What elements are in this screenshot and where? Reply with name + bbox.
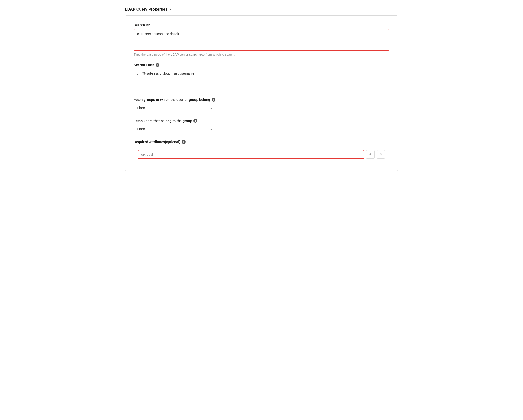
fetch-users-label: Fetch users that belong to the group i [134,119,389,123]
search-filter-input[interactable]: cn=%{subsession.logon.last.username} [134,69,389,90]
required-attrs-input[interactable] [138,150,364,159]
required-attrs-label: Required Attributes(optional) i [134,140,389,144]
required-attrs-container: + ✕ [134,146,389,163]
fetch-groups-label: Fetch groups to which the user or group … [134,98,389,102]
search-dn-hint: Type the base node of the LDAP server se… [134,53,389,56]
fetch-users-select[interactable]: Direct Recursive None [134,125,215,133]
page-container: LDAP Query Properties ▼ Search Dn cn=use… [125,7,398,171]
fetch-users-info-icon[interactable]: i [193,119,197,123]
section-header[interactable]: LDAP Query Properties ▼ [125,7,398,11]
required-attrs-info-icon[interactable]: i [182,140,186,144]
search-dn-label: Search Dn [134,23,389,27]
add-attr-button[interactable]: + [366,150,375,159]
fetch-groups-select-wrapper: Direct Recursive None ⌄ [134,104,215,112]
fetch-groups-group: Fetch groups to which the user or group … [134,98,389,112]
required-attrs-row: + ✕ [138,150,385,159]
ldap-query-card: Search Dn cn=users,dc=contoso,dc=dir Typ… [125,15,398,171]
search-dn-group: Search Dn cn=users,dc=contoso,dc=dir Typ… [134,23,389,56]
search-filter-label: Search Filter i [134,63,389,67]
fetch-groups-info-icon[interactable]: i [212,98,215,102]
required-attrs-group: Required Attributes(optional) i + ✕ [134,140,389,163]
fetch-users-select-wrapper: Direct Recursive None ⌄ [134,125,215,133]
search-filter-group: Search Filter i cn=%{subsession.logon.la… [134,63,389,91]
remove-attr-button[interactable]: ✕ [376,150,385,159]
search-dn-input[interactable]: cn=users,dc=contoso,dc=dir [134,29,389,50]
section-title: LDAP Query Properties [125,7,168,11]
search-filter-info-icon[interactable]: i [155,63,159,67]
fetch-groups-select[interactable]: Direct Recursive None [134,104,215,112]
section-chevron-icon: ▼ [170,8,172,11]
fetch-users-group: Fetch users that belong to the group i D… [134,119,389,133]
